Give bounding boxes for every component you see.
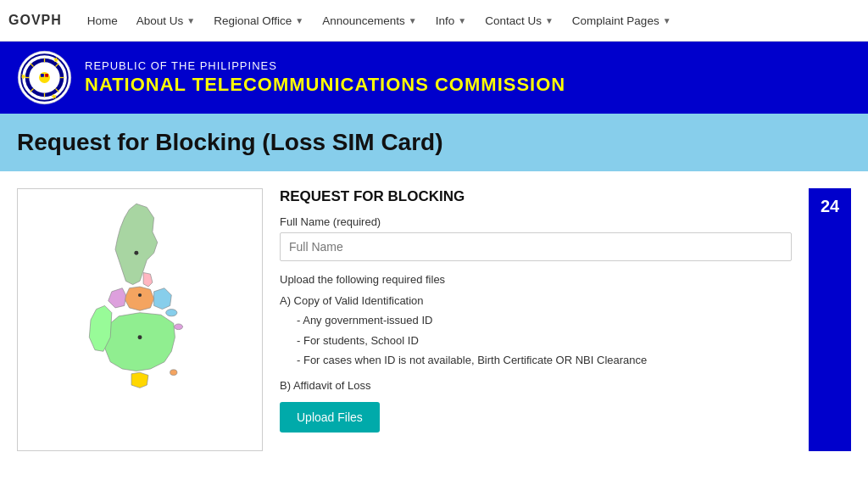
chevron-down-icon: ▼ xyxy=(545,16,554,25)
list-item: - Any government-issued ID xyxy=(280,310,792,330)
svg-point-19 xyxy=(175,324,183,330)
full-name-label: Full Name (required) xyxy=(280,215,792,228)
nav-item-info[interactable]: Info▼ xyxy=(427,0,475,42)
svg-point-20 xyxy=(170,370,177,376)
page-title-bar: Request for Blocking (Loss SIM Card) xyxy=(0,114,868,171)
chevron-down-icon: ▼ xyxy=(458,16,466,25)
right-panel-number: 24 xyxy=(821,197,839,216)
affidavit-label: B) Affidavit of Loss xyxy=(280,379,792,392)
svg-point-21 xyxy=(134,251,138,255)
header-title: NATIONAL TELECOMMUNICATIONS COMMISSION xyxy=(85,74,565,96)
navbar: GOVPH HomeAbout Us▼Regional Office▼Annou… xyxy=(0,0,868,42)
nav-item-complaint-pages[interactable]: Complaint Pages▼ xyxy=(564,0,680,42)
nav-item-about-us[interactable]: About Us▼ xyxy=(128,0,203,42)
philippines-map-icon xyxy=(38,197,242,443)
header-text: REPUBLIC OF THE PHILIPPINES NATIONAL TEL… xyxy=(85,59,565,96)
nav-menu: HomeAbout Us▼Regional Office▼Announcemen… xyxy=(79,0,680,42)
form-section-title: REQUEST FOR BLOCKING xyxy=(280,188,792,205)
chevron-down-icon: ▼ xyxy=(295,16,303,25)
header-banner: REPUBLIC OF THE PHILIPPINES NATIONAL TEL… xyxy=(0,42,868,114)
svg-point-18 xyxy=(166,310,177,316)
list-item: - For cases when ID is not available, Bi… xyxy=(280,350,792,370)
nav-item-contact-us[interactable]: Contact Us▼ xyxy=(476,0,562,42)
svg-rect-16 xyxy=(41,74,44,77)
list-item: - For students, School ID xyxy=(280,331,792,350)
nav-item-home[interactable]: Home xyxy=(79,0,126,42)
header-subtitle: REPUBLIC OF THE PHILIPPINES xyxy=(85,59,565,72)
nav-item-regional-office[interactable]: Regional Office▼ xyxy=(205,0,312,42)
upload-info-title: Upload the following required files xyxy=(280,273,792,286)
content-area: REQUEST FOR BLOCKING Full Name (required… xyxy=(0,171,868,468)
svg-point-23 xyxy=(138,335,142,339)
list-item: A) Copy of Valid Identification xyxy=(280,291,792,310)
map-panel xyxy=(17,188,263,451)
brand-logo[interactable]: GOVPH xyxy=(8,13,62,28)
philippine-seal-icon xyxy=(17,50,72,105)
form-panel: REQUEST FOR BLOCKING Full Name (required… xyxy=(280,188,792,451)
page-title: Request for Blocking (Loss SIM Card) xyxy=(17,129,851,156)
right-panel: 24 xyxy=(809,188,851,451)
nav-item-announcements[interactable]: Announcements▼ xyxy=(314,0,425,42)
chevron-down-icon: ▼ xyxy=(186,16,195,25)
full-name-input[interactable] xyxy=(280,232,792,261)
upload-files-button[interactable]: Upload Files xyxy=(280,402,380,433)
svg-point-4 xyxy=(39,72,50,83)
upload-list: A) Copy of Valid Identification- Any gov… xyxy=(280,291,792,371)
svg-rect-17 xyxy=(45,74,48,77)
chevron-down-icon: ▼ xyxy=(663,16,671,25)
svg-point-22 xyxy=(138,293,142,297)
chevron-down-icon: ▼ xyxy=(409,16,417,25)
